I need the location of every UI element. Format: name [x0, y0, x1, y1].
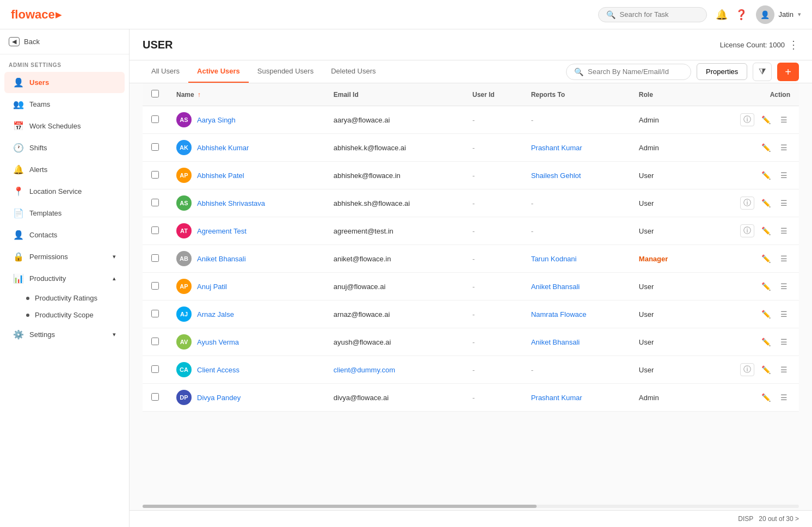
edit-button[interactable]: ✏️ — [759, 392, 773, 403]
user-avatar: CA — [176, 362, 192, 377]
row-checkbox[interactable] — [151, 393, 159, 401]
tab-deleted-users[interactable]: Deleted Users — [322, 60, 384, 83]
menu-button[interactable]: ☰ — [778, 170, 790, 181]
sidebar-item-productivity-scope[interactable]: Productivity Scope — [17, 307, 129, 323]
sidebar-item-productivity-ratings[interactable]: Productivity Ratings — [17, 290, 129, 307]
permissions-chevron-icon: ▾ — [113, 253, 116, 260]
menu-button[interactable]: ☰ — [778, 142, 790, 153]
edit-button[interactable]: ✏️ — [759, 253, 773, 264]
edit-button[interactable]: ✏️ — [759, 364, 773, 375]
sidebar-item-alerts[interactable]: 🔔 Alerts — [4, 159, 125, 180]
select-all-checkbox[interactable] — [151, 90, 159, 97]
row-checkbox[interactable] — [151, 365, 159, 373]
notifications-icon[interactable]: 🔔 — [716, 9, 728, 21]
reports-to-link[interactable]: Prashant Kumar — [531, 394, 582, 402]
row-checkbox[interactable] — [151, 254, 159, 262]
user-name-link[interactable]: Abhishek Patel — [197, 171, 244, 180]
reports-to-link[interactable]: Shailesh Gehlot — [531, 171, 581, 180]
row-checkbox[interactable] — [151, 115, 159, 123]
tab-active-users[interactable]: Active Users — [188, 60, 249, 83]
reports-to-link[interactable]: Prashant Kumar — [531, 144, 582, 152]
user-name-link[interactable]: Client Access — [197, 366, 239, 374]
user-role: Admin — [639, 394, 659, 402]
scrollbar-track[interactable] — [143, 505, 799, 508]
info-button[interactable]: ⓘ — [740, 224, 754, 237]
edit-button[interactable]: ✏️ — [759, 281, 773, 292]
tab-all-users[interactable]: All Users — [143, 60, 188, 83]
edit-button[interactable]: ✏️ — [759, 309, 773, 320]
user-name-link[interactable]: Abhishek Kumar — [197, 144, 249, 152]
edit-button[interactable]: ✏️ — [759, 142, 773, 153]
more-options-icon[interactable]: ⋮ — [788, 38, 799, 51]
user-name-link[interactable]: Abhishek Shrivastava — [197, 199, 265, 207]
row-checkbox[interactable] — [151, 310, 159, 317]
header-right: License Count: 1000 ⋮ — [720, 38, 799, 60]
user-id: - — [472, 338, 475, 346]
menu-button[interactable]: ☰ — [778, 114, 790, 125]
info-button[interactable]: ⓘ — [740, 113, 754, 126]
user-name-link[interactable]: Arnaz Jalse — [197, 310, 234, 318]
help-icon[interactable]: ❓ — [735, 9, 747, 21]
row-checkbox[interactable] — [151, 226, 159, 234]
menu-button[interactable]: ☰ — [778, 253, 790, 264]
sidebar-item-users[interactable]: 👤 Users — [4, 72, 125, 93]
scrollbar-thumb[interactable] — [143, 505, 537, 508]
sidebar-item-templates[interactable]: 📄 Templates — [4, 203, 125, 224]
info-button[interactable]: ⓘ — [740, 363, 754, 376]
filter-button[interactable]: ⧩ — [753, 63, 772, 81]
sidebar-item-shifts[interactable]: 🕐 Shifts — [4, 137, 125, 158]
info-button[interactable]: ⓘ — [740, 197, 754, 210]
user-role: User — [639, 338, 654, 346]
task-search-input[interactable] — [620, 10, 696, 19]
row-checkbox[interactable] — [151, 199, 159, 206]
edit-button[interactable]: ✏️ — [759, 170, 773, 181]
properties-button[interactable]: Properties — [697, 63, 747, 80]
sidebar-item-teams[interactable]: 👥 Teams — [4, 94, 125, 115]
sidebar-item-location-service[interactable]: 📍 Location Service — [4, 181, 125, 202]
row-checkbox[interactable] — [151, 143, 159, 151]
add-user-button[interactable]: + — [777, 63, 799, 81]
row-checkbox[interactable] — [151, 338, 159, 345]
sidebar-item-productivity[interactable]: 📊 Productivity ▴ — [4, 268, 125, 289]
menu-button[interactable]: ☰ — [778, 281, 790, 292]
task-search-bar[interactable]: 🔍 — [598, 7, 707, 22]
row-action-cell: ✏️ ☰ — [699, 134, 799, 162]
menu-button[interactable]: ☰ — [778, 336, 790, 347]
user-menu[interactable]: 👤 Jatin ▾ — [756, 5, 801, 24]
menu-button[interactable]: ☰ — [778, 198, 790, 209]
sidebar-item-work-schedules[interactable]: 📅 Work Schedules — [4, 115, 125, 137]
menu-button[interactable]: ☰ — [778, 392, 790, 403]
edit-button[interactable]: ✏️ — [759, 114, 773, 125]
menu-button[interactable]: ☰ — [778, 364, 790, 375]
menu-button[interactable]: ☰ — [778, 309, 790, 320]
sidebar-item-contacts[interactable]: 👤 Contacts — [4, 224, 125, 246]
sidebar-item-settings[interactable]: ⚙️ Settings ▾ — [4, 324, 125, 345]
edit-button[interactable]: ✏️ — [759, 225, 773, 236]
user-name-link[interactable]: Divya Pandey — [197, 394, 241, 402]
user-avatar: AV — [176, 334, 192, 350]
back-button[interactable]: ◀ Back — [0, 29, 129, 54]
user-name-link[interactable]: Aarya Singh — [197, 116, 236, 124]
user-name-link[interactable]: Anuj Patil — [197, 283, 227, 291]
edit-button[interactable]: ✏️ — [759, 336, 773, 347]
user-id: - — [472, 310, 475, 318]
reports-to-value: - — [531, 366, 533, 374]
reports-to-link[interactable]: Namrata Flowace — [531, 310, 587, 318]
reports-to-link[interactable]: Aniket Bhansali — [531, 283, 580, 291]
user-avatar: AP — [176, 279, 192, 294]
menu-button[interactable]: ☰ — [778, 225, 790, 236]
sidebar-item-permissions[interactable]: 🔒 Permissions ▾ — [4, 246, 125, 267]
edit-button[interactable]: ✏️ — [759, 198, 773, 209]
sort-icon[interactable]: ↑ — [198, 91, 201, 99]
reports-to-link[interactable]: Tarun Kodnani — [531, 255, 577, 263]
reports-to-link[interactable]: Aniket Bhansali — [531, 338, 580, 346]
user-search-bar[interactable]: 🔍 — [566, 64, 691, 80]
row-checkbox[interactable] — [151, 282, 159, 290]
user-name-link[interactable]: Ayush Verma — [197, 338, 239, 346]
tab-suspended-users[interactable]: Suspended Users — [249, 60, 322, 83]
user-role: User — [639, 227, 654, 235]
user-name-link[interactable]: Aniket Bhansali — [197, 255, 246, 263]
row-checkbox[interactable] — [151, 171, 159, 179]
user-name-link[interactable]: Agreement Test — [197, 227, 247, 235]
user-search-input[interactable] — [588, 68, 675, 76]
